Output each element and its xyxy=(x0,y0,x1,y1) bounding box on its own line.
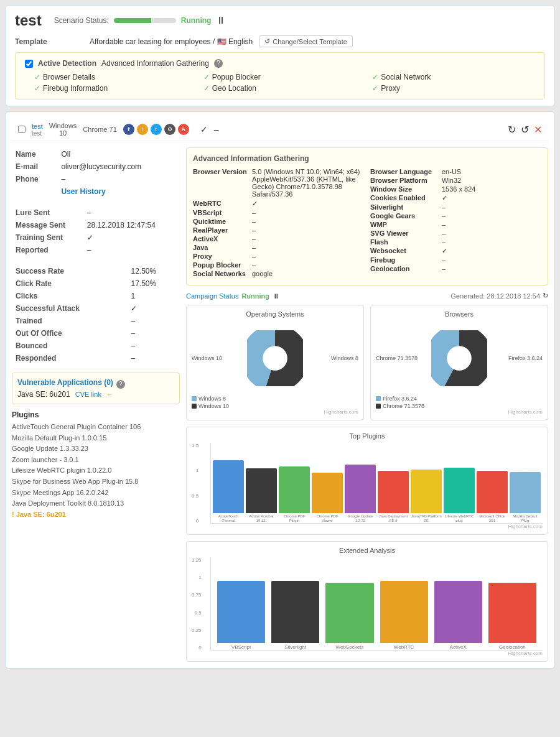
y-label-05: 0.5 xyxy=(192,493,198,499)
campaign-refresh-icon[interactable]: ↻ xyxy=(543,292,548,300)
warning-icon[interactable]: ! xyxy=(137,124,148,135)
social-label: Social Network xyxy=(381,73,431,81)
plugin-list-item: Zoom launcher - 3.0.1 xyxy=(12,455,180,466)
proxy-aic-row: Proxy – xyxy=(193,253,364,260)
check-browser-icon: ✓ xyxy=(34,73,40,81)
os-pie-area: Windows 10 Windows 8 xyxy=(192,321,358,396)
cookies-row: Cookies Enabled ✓ xyxy=(370,194,541,202)
window-size-row: Window Size 1536 x 824 xyxy=(370,185,541,193)
social-aic-row: Social Networks google xyxy=(193,270,364,277)
vbscript-val: – xyxy=(252,209,256,216)
clicks-row: Clicks 1 xyxy=(13,290,179,302)
detection-item-browser-details: ✓ Browser Details xyxy=(34,73,197,81)
browser-legend-label-1: Firefox 3.6.24 xyxy=(383,396,417,402)
os-pie-chart xyxy=(247,330,303,386)
cookies-val: ✓ xyxy=(442,194,447,202)
os-chart-title: Operating Systems xyxy=(192,310,358,318)
clicks-value: 1 xyxy=(128,290,179,302)
main-card: test test Windows 10 Chrome 71 f ! t ⚙ A… xyxy=(5,111,555,669)
cookies-key: Cookies Enabled xyxy=(370,194,439,202)
close-icon[interactable]: ✕ xyxy=(534,124,542,136)
browser-legend: Firefox 3.6.24 Chrome 71.3578 xyxy=(376,396,543,409)
success-rate-row: Success Rate 12.50% xyxy=(13,266,179,277)
settings-icon[interactable]: ⚙ xyxy=(164,124,175,135)
os-version: 10 xyxy=(49,129,77,137)
geolocation-key: Geolocation xyxy=(370,265,439,272)
detection-checkbox[interactable] xyxy=(25,60,33,68)
template-label: Template xyxy=(15,37,90,46)
facebook-icon[interactable]: f xyxy=(123,124,134,135)
browser-user-sub: test xyxy=(32,130,43,137)
extended-title: Extended Analysis xyxy=(192,547,543,554)
campaign-running-status: Running xyxy=(241,292,269,300)
bar-label: Java Deployment SE 8 xyxy=(378,514,409,523)
ext-y-label-075: 0.75 xyxy=(192,592,202,598)
campaign-status-label: Campaign Status xyxy=(186,292,238,300)
extended-credit: Highcharts.com xyxy=(192,651,543,656)
right-column: Advanced Information Gathering Browser V… xyxy=(186,147,548,662)
svg-point-5 xyxy=(447,346,472,371)
plugin-list-item: Mozilla Default Plug-in 1.0.0.15 xyxy=(12,433,180,444)
row-checkbox[interactable] xyxy=(18,126,26,133)
responded-row: Responded – xyxy=(13,353,179,364)
pdf-icon[interactable]: A xyxy=(178,124,189,135)
pause-button[interactable]: ⏸ xyxy=(216,15,226,26)
google-gears-row: Google Gears – xyxy=(370,212,541,220)
twitter-icon[interactable]: t xyxy=(151,124,162,135)
vulnerable-header: Vulnerable Applications (0) ? xyxy=(17,378,174,390)
lure-value: – xyxy=(85,207,179,218)
ext-bar-group: Silverlight xyxy=(271,581,319,650)
os-legend-item-1: Windows 8 xyxy=(192,396,358,402)
advanced-gathering-label: Advanced Information Gathering xyxy=(101,59,209,68)
ext-bar xyxy=(380,581,428,643)
detection-item-popup: ✓ Popup Blocker xyxy=(203,73,366,81)
silverlight-row: Silverlight – xyxy=(370,203,541,211)
bar-label: Microsoft Office 201 xyxy=(477,514,508,523)
proxy-aic-key: Proxy xyxy=(193,253,249,260)
browser-os-info: Windows 10 xyxy=(49,122,77,137)
bar-group: Lifesize WebRTC plug xyxy=(444,468,475,523)
webrtc-key: WebRTC xyxy=(193,200,249,208)
aic-section: Advanced Information Gathering Browser V… xyxy=(186,147,548,285)
message-label: Message Sent xyxy=(13,220,83,231)
check-popup-icon: ✓ xyxy=(203,73,210,81)
y-label-0: 0 xyxy=(196,518,198,524)
os-label-left: Windows 10 xyxy=(192,355,222,361)
top-plugins-chart: Top Plugins 1.5 1 0.5 0 ActiveTouch Gene… xyxy=(186,427,548,535)
reported-row: Reported – xyxy=(13,244,179,256)
os-chart: Operating Systems Windows 10 Windows 8 xyxy=(186,305,364,420)
flash-val: – xyxy=(442,238,446,246)
ext-y-label-0: 0 xyxy=(198,645,201,651)
ext-bar-label: Geolocation xyxy=(499,644,526,650)
wmp-row: WMP – xyxy=(370,221,541,228)
detection-grid: ✓ Browser Details ✓ Popup Blocker ✓ Soci… xyxy=(34,73,535,93)
phone-label: Phone xyxy=(13,174,57,185)
ext-bar-group: Geolocation xyxy=(488,583,536,650)
java-row: Java – xyxy=(193,244,364,251)
info-icon: ? xyxy=(214,59,223,68)
detection-header: Active Detection Advanced Information Ga… xyxy=(25,59,535,68)
bar xyxy=(378,471,409,513)
generated-label: Generated: 28.12.2018 12:54 xyxy=(450,292,540,300)
change-template-button[interactable]: ↺ Change/Select Template xyxy=(259,35,353,47)
template-row: Template Affordable car leasing for empl… xyxy=(15,35,545,47)
campaign-status-group: Campaign Status Running ⏸ xyxy=(186,292,279,300)
click-rate-label: Click Rate xyxy=(13,278,127,289)
history-label xyxy=(13,186,57,197)
google-gears-val: – xyxy=(442,212,446,220)
refresh1-icon[interactable]: ↻ xyxy=(508,124,516,136)
ext-bar-label: ActiveX xyxy=(450,644,467,650)
template-text: Affordable car leasing for employees / 🇺… xyxy=(90,37,253,46)
extended-y-axis: 1.25 1 0.75 0.5 0.25 0 xyxy=(192,557,203,651)
user-history-link[interactable]: User History xyxy=(61,187,105,196)
content-columns: Name Oli E-mail oliver@lucysecurity.com … xyxy=(12,147,548,662)
browser-details-label: Browser Details xyxy=(43,73,95,81)
refresh2-icon[interactable]: ↺ xyxy=(521,124,529,136)
check-proxy-icon: ✓ xyxy=(372,84,378,93)
cve-link[interactable]: CVE link xyxy=(75,391,101,398)
ext-y-label-125: 1.25 xyxy=(192,557,202,563)
top-plugins-chart-wrapper: 1.5 1 0.5 0 ActiveTouch General Adobe Ac… xyxy=(192,443,543,524)
template-value: Affordable car leasing for employees / 🇺… xyxy=(90,35,353,47)
extended-chart-wrapper: 1.25 1 0.75 0.5 0.25 0 VBScriptSilverlig… xyxy=(192,557,543,651)
arrow-icon: ← xyxy=(106,391,113,398)
